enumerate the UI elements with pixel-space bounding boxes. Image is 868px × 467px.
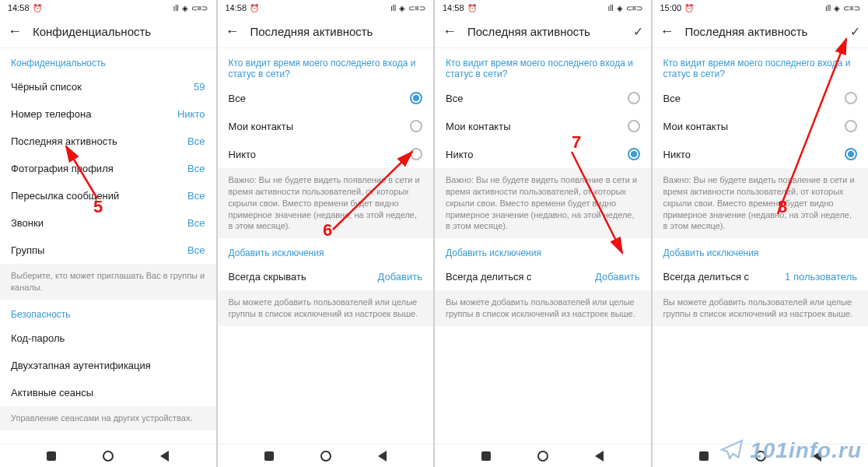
nav-recent-icon[interactable] — [264, 451, 274, 461]
status-bar: 14:58⏰ ıll◈⊂≡⊃ — [0, 0, 216, 16]
row-groups[interactable]: ГруппыВсе — [0, 237, 216, 264]
battery-icon: ⊂≡⊃ — [191, 4, 208, 12]
info-important: Важно: Вы не будете видеть появление в с… — [653, 168, 869, 238]
exceptions-header: Добавить исключения — [218, 238, 434, 263]
back-icon[interactable]: ← — [443, 23, 457, 40]
row-phone[interactable]: Номер телефонаНикто — [0, 100, 216, 128]
back-icon[interactable]: ← — [226, 23, 240, 40]
page-title: Последняя активность — [467, 25, 622, 38]
info-exceptions: Вы можете добавить пользователей или цел… — [435, 290, 651, 326]
app-bar: ← Последняя активность — [218, 16, 434, 48]
nav-bar — [218, 444, 434, 467]
radio-icon — [410, 92, 422, 104]
info-important: Важно: Вы не будете видеть появление в с… — [435, 168, 651, 238]
row-2fa[interactable]: Двухэтапная аутентификация — [0, 352, 216, 379]
signal-icon: ıll — [390, 4, 396, 12]
radio-nobody[interactable]: Никто — [435, 140, 651, 168]
row-forwarding[interactable]: Пересылка сообщенийВсе — [0, 182, 216, 209]
alarm-icon: ⏰ — [33, 4, 42, 12]
nav-recent-icon[interactable] — [47, 451, 56, 461]
back-icon[interactable]: ← — [8, 23, 22, 40]
radio-all[interactable]: Все — [435, 84, 651, 112]
radio-contacts[interactable]: Мои контакты — [653, 112, 869, 140]
radio-icon — [845, 148, 857, 160]
radio-icon — [410, 148, 422, 160]
alarm-icon: ⏰ — [467, 4, 477, 12]
page-title: Последняя активность — [685, 25, 840, 38]
info-important: Важно: Вы не будете видеть появление в с… — [218, 168, 434, 238]
row-always-share[interactable]: Всегда делиться с1 пользователь — [653, 263, 869, 290]
nav-recent-icon[interactable] — [481, 451, 491, 461]
nav-home-icon[interactable] — [103, 451, 114, 462]
row-last-activity[interactable]: Последняя активностьВсе — [0, 128, 216, 155]
battery-icon: ⊂≡⊃ — [843, 4, 860, 12]
nav-bar — [435, 444, 651, 467]
exceptions-header: Добавить исключения — [653, 238, 869, 263]
radio-all[interactable]: Все — [653, 84, 869, 112]
info-sessions: Управление сеансами на других устройства… — [0, 406, 216, 430]
radio-nobody[interactable]: Никто — [653, 140, 869, 168]
nav-home-icon[interactable] — [537, 451, 548, 462]
status-bar: 14:58⏰ ıll◈⊂≡⊃ — [218, 0, 434, 16]
back-icon[interactable]: ← — [660, 23, 674, 40]
question-header: Кто видит время моего последнего входа и… — [435, 48, 651, 84]
app-bar: ← Последняя активность ✓ — [653, 16, 869, 48]
signal-icon: ıll — [825, 4, 831, 12]
row-sessions[interactable]: Активные сеансы — [0, 379, 216, 406]
nav-home-icon[interactable] — [755, 451, 766, 462]
row-always-hide[interactable]: Всегда скрыватьДобавить — [218, 263, 434, 290]
clock: 14:58 — [443, 3, 464, 12]
status-bar: 14:58⏰ ıll◈⊂≡⊃ — [435, 0, 651, 16]
nav-recent-icon[interactable] — [699, 451, 709, 461]
exceptions-header: Добавить исключения — [435, 238, 651, 263]
row-calls[interactable]: ЗвонкиВсе — [0, 209, 216, 237]
radio-icon — [628, 148, 640, 160]
confirm-check-icon[interactable]: ✓ — [633, 24, 643, 39]
section-privacy: Конфиденциальность — [0, 48, 216, 73]
clock: 15:00 — [660, 3, 682, 12]
radio-contacts[interactable]: Мои контакты — [218, 112, 434, 140]
wifi-icon: ◈ — [182, 4, 188, 12]
info-groups: Выберите, кто может приглашать Вас в гру… — [0, 264, 216, 300]
signal-icon: ıll — [173, 4, 178, 12]
status-bar: 15:00⏰ ıll◈⊂≡⊃ — [653, 0, 869, 16]
confirm-check-icon[interactable]: ✓ — [850, 24, 860, 39]
nav-back-icon[interactable] — [378, 451, 387, 462]
nav-back-icon[interactable] — [160, 451, 169, 462]
nav-back-icon[interactable] — [595, 451, 604, 462]
signal-icon: ıll — [607, 4, 613, 12]
page-title: Конфиденциальность — [33, 25, 208, 38]
radio-contacts[interactable]: Мои контакты — [435, 112, 651, 140]
radio-nobody[interactable]: Никто — [218, 140, 434, 168]
clock: 14:58 — [8, 3, 30, 12]
screen-lastseen-c: 15:00⏰ ıll◈⊂≡⊃ ← Последняя активность ✓ … — [653, 0, 869, 467]
radio-icon — [410, 120, 422, 132]
row-passcode[interactable]: Код-пароль — [0, 325, 216, 352]
section-security: Безопасность — [0, 300, 216, 325]
nav-bar — [0, 444, 216, 467]
wifi-icon: ◈ — [834, 4, 840, 12]
clock: 14:58 — [226, 3, 247, 12]
nav-bar — [653, 444, 869, 467]
alarm-icon: ⏰ — [250, 4, 259, 12]
wifi-icon: ◈ — [617, 4, 623, 12]
radio-icon — [628, 92, 640, 104]
info-exceptions: Вы можете добавить пользователей или цел… — [653, 290, 869, 326]
radio-icon — [845, 92, 857, 104]
nav-home-icon[interactable] — [320, 451, 331, 462]
nav-back-icon[interactable] — [813, 451, 821, 462]
row-always-share[interactable]: Всегда делиться сДобавить — [435, 263, 651, 290]
radio-icon — [628, 120, 640, 132]
info-exceptions: Вы можете добавить пользователей или цел… — [218, 290, 434, 326]
row-profile-photo[interactable]: Фотография профиляВсе — [0, 155, 216, 182]
radio-all[interactable]: Все — [218, 84, 434, 112]
row-blacklist[interactable]: Чёрный список59 — [0, 73, 216, 100]
page-title: Последняя активность — [250, 25, 426, 38]
app-bar: ← Последняя активность ✓ — [435, 16, 651, 48]
screen-privacy: 14:58⏰ ıll◈⊂≡⊃ ← Конфиденциальность Конф… — [0, 0, 218, 467]
radio-icon — [845, 120, 857, 132]
battery-icon: ⊂≡⊃ — [626, 4, 643, 12]
screen-lastseen-a: 14:58⏰ ıll◈⊂≡⊃ ← Последняя активность Кт… — [218, 0, 436, 467]
question-header: Кто видит время моего последнего входа и… — [218, 48, 434, 84]
battery-icon: ⊂≡⊃ — [408, 4, 425, 12]
